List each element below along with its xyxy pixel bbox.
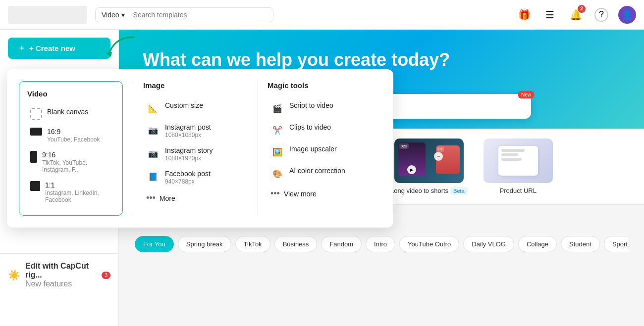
product-card-mock bbox=[498, 146, 538, 176]
ratio-9-16-sub: TikTok, YouTube, Instagram, F... bbox=[42, 159, 111, 173]
tool-product-thumb bbox=[483, 139, 553, 183]
dropdown-image-col: Image 📐 Custom size 📷 Instagram post 108… bbox=[133, 81, 258, 216]
dropdown-16-9[interactable]: 16:9 YouTube, Facebook bbox=[27, 124, 114, 147]
tab-intro[interactable]: Intro bbox=[366, 236, 395, 252]
instagram-post-sub: 1080×1080px bbox=[165, 132, 211, 139]
dropdown-image-upscaler[interactable]: 🖼️ Image upscaler bbox=[268, 141, 372, 163]
ratio-16-9-sub: YouTube, Facebook bbox=[47, 136, 100, 143]
facebook-post-label: Facebook post bbox=[165, 170, 211, 178]
dropdown-1-1[interactable]: 1:1 Instagram, LinkedIn, Facebook bbox=[27, 177, 114, 207]
notification-badge: 2 bbox=[578, 5, 586, 13]
tool-long-label: Long video to shortsBeta bbox=[390, 187, 468, 194]
image-more-item[interactable]: ••• More bbox=[143, 189, 247, 207]
image-upscaler-icon: 🖼️ bbox=[270, 145, 284, 159]
blank-canvas-text: Blank canvas bbox=[47, 108, 88, 116]
tab-fandom[interactable]: Fandom bbox=[321, 236, 362, 252]
instagram-post-icon: 📷 bbox=[146, 123, 160, 137]
more-dots-icon: ••• bbox=[146, 193, 156, 203]
sidebar-bottom-subtitle: New features bbox=[25, 279, 97, 288]
ratio-1-1-label: 1:1 bbox=[45, 181, 111, 189]
sun-icon: ☀️ bbox=[8, 269, 20, 281]
tab-collage[interactable]: Collage bbox=[518, 236, 557, 252]
tool-product-label: Product URL bbox=[500, 187, 537, 194]
magic-col-title: Magic tools bbox=[268, 81, 372, 90]
instagram-story-icon: 📷 bbox=[146, 146, 160, 160]
svg-marker-0 bbox=[106, 52, 112, 57]
instagram-story-text: Instagram story 1080×1920px bbox=[165, 146, 213, 162]
header-icons: 🎁 ☰ 🔔 2 ? 👤 bbox=[515, 6, 636, 24]
video-section-title: Video bbox=[27, 90, 114, 98]
dropdown-instagram-post[interactable]: 📷 Instagram post 1080×1080px bbox=[143, 119, 247, 142]
logo bbox=[8, 6, 87, 24]
dropdown-custom-size[interactable]: 📐 Custom size bbox=[143, 97, 247, 119]
ratio-1-1-icon bbox=[30, 181, 40, 191]
magic-more-item[interactable]: ••• View more bbox=[268, 185, 372, 203]
ratio-9-16-text: 9:16 TikTok, YouTube, Instagram, F... bbox=[42, 151, 111, 173]
tab-student[interactable]: Student bbox=[561, 236, 600, 252]
plus-icon: ＋ bbox=[18, 44, 25, 53]
ratio-9-16-label: 9:16 bbox=[42, 151, 111, 159]
template-tabs-row: For You Spring break TikTok Business Fan… bbox=[135, 236, 628, 252]
dropdown-ai-color[interactable]: 🎨 AI color correction bbox=[268, 163, 372, 185]
gift-button[interactable]: 🎁 bbox=[515, 6, 533, 24]
magic-more-label: View more bbox=[284, 190, 317, 198]
sidebar-bottom-title: Edit with CapCut rig... bbox=[25, 262, 97, 279]
header: Video ▾ 🎁 ☰ 🔔 2 ? 👤 bbox=[0, 0, 644, 30]
custom-size-icon: 📐 bbox=[146, 101, 160, 115]
gift-icon: 🎁 bbox=[518, 9, 531, 21]
instagram-story-sub: 1080×1920px bbox=[165, 155, 213, 162]
sidebar-bottom-item[interactable]: ☀️ Edit with CapCut rig... New features … bbox=[0, 253, 118, 296]
script-to-video-icon: 🎬 bbox=[270, 101, 284, 115]
facebook-post-sub: 940×788px bbox=[165, 178, 211, 185]
dropdown-blank-canvas[interactable]: Blank canvas bbox=[27, 104, 114, 124]
ratio-16-9-text: 16:9 YouTube, Facebook bbox=[47, 128, 100, 143]
search-input[interactable] bbox=[133, 11, 267, 19]
dropdown-instagram-story[interactable]: 📷 Instagram story 1080×1920px bbox=[143, 142, 247, 166]
search-type-button[interactable]: Video ▾ bbox=[102, 11, 129, 19]
facebook-post-text: Facebook post 940×788px bbox=[165, 170, 211, 185]
instagram-post-text: Instagram post 1080×1080px bbox=[165, 123, 211, 139]
tab-for-you[interactable]: For You bbox=[135, 236, 174, 252]
sidebar-badge: 3 bbox=[102, 272, 110, 279]
notifications-button[interactable]: 🔔 2 bbox=[567, 6, 585, 24]
dropdown-video-col: Video Blank canvas 16:9 YouTube, Faceboo… bbox=[19, 81, 133, 216]
ai-color-icon: 🎨 bbox=[270, 167, 284, 181]
tool-product-url[interactable]: Product URL bbox=[483, 139, 553, 194]
pages-icon: ☰ bbox=[545, 9, 554, 21]
dropdown-facebook-post[interactable]: 📘 Facebook post 940×788px bbox=[143, 166, 247, 189]
blank-canvas-label: Blank canvas bbox=[47, 108, 88, 116]
tab-spring-break[interactable]: Spring break bbox=[178, 236, 231, 252]
tab-business[interactable]: Business bbox=[274, 236, 318, 252]
tab-daily-vlog[interactable]: Daily VLOG bbox=[463, 236, 514, 252]
create-new-button[interactable]: ＋ + Create new bbox=[8, 38, 110, 59]
avatar-image: 👤 bbox=[622, 9, 633, 20]
custom-size-label: Custom size bbox=[165, 101, 203, 109]
ratio-1-1-sub: Instagram, LinkedIn, Facebook bbox=[45, 189, 111, 203]
instagram-post-label: Instagram post bbox=[165, 123, 211, 131]
dropdown-panel: Video Blank canvas 16:9 YouTube, Faceboo… bbox=[7, 69, 393, 228]
facebook-post-icon: 📘 bbox=[146, 170, 160, 184]
tab-sports-f[interactable]: Sports F bbox=[604, 236, 628, 252]
tool-long-to-shorts[interactable]: 92s ▶ 8s → Long video to shortsBeta bbox=[390, 139, 468, 194]
dropdown-clips-to-video[interactable]: ✂️ Clips to video bbox=[268, 119, 372, 141]
instagram-story-label: Instagram story bbox=[165, 146, 213, 154]
clips-to-video-icon: ✂️ bbox=[270, 123, 284, 137]
hero-image-badge: New bbox=[518, 91, 534, 98]
view-more-dots-icon: ••• bbox=[270, 188, 280, 199]
ratio-9-16-icon bbox=[30, 151, 37, 163]
clips-to-video-label: Clips to video bbox=[289, 123, 331, 131]
dropdown-script-to-video[interactable]: 🎬 Script to video bbox=[268, 97, 372, 119]
blank-canvas-icon bbox=[30, 108, 42, 120]
ratio-16-9-icon bbox=[30, 128, 42, 136]
help-button[interactable]: ? bbox=[592, 6, 610, 24]
tab-tiktok[interactable]: TikTok bbox=[235, 236, 270, 252]
arrow-indicator bbox=[99, 32, 139, 64]
avatar[interactable]: 👤 bbox=[618, 6, 636, 24]
create-new-label: + Create new bbox=[29, 44, 75, 52]
tab-youtube-outro[interactable]: YouTube Outro bbox=[399, 236, 459, 252]
image-col-title: Image bbox=[143, 81, 247, 90]
pages-button[interactable]: ☰ bbox=[541, 6, 559, 24]
hero-title: What can we help you create today? bbox=[143, 49, 620, 70]
dropdown-9-16[interactable]: 9:16 TikTok, YouTube, Instagram, F... bbox=[27, 147, 114, 177]
arrow-icon: → bbox=[434, 152, 443, 161]
